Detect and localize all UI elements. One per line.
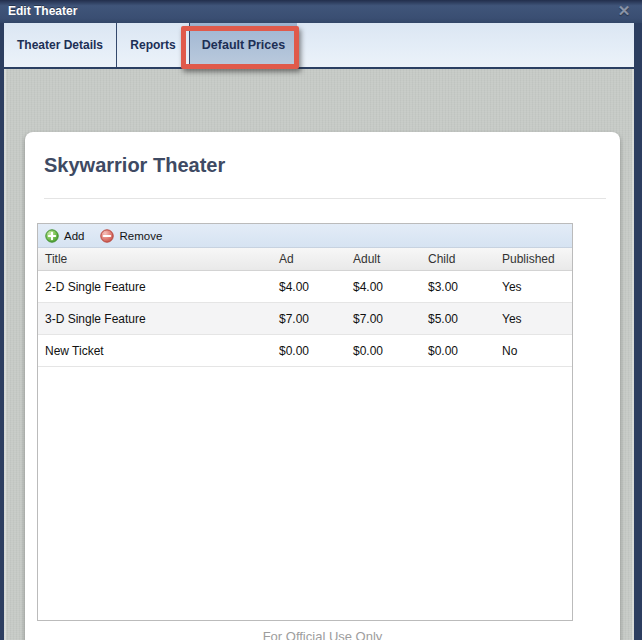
cell-published: Yes [495,303,572,334]
table-header-row: Title Ad Adult Child Published [38,248,572,271]
column-header-title: Title [38,248,272,270]
cell-adult: $4.00 [346,271,421,302]
cell-title: New Ticket [38,335,272,366]
remove-button-label: Remove [119,230,162,242]
footer-note: For Official Use Only [25,629,620,640]
cell-published: Yes [495,271,572,302]
cell-ad: $7.00 [272,303,346,334]
cell-ad: $4.00 [272,271,346,302]
add-button[interactable]: Add [45,229,84,243]
window-title: Edit Theater [8,4,77,18]
heading-divider [44,198,606,199]
column-header-adult: Adult [346,248,421,270]
table-row[interactable]: 2-D Single Feature $4.00 $4.00 $3.00 Yes [38,271,572,303]
cell-ad: $0.00 [272,335,346,366]
tab-reports[interactable]: Reports [117,23,190,67]
cell-child: $0.00 [421,335,495,366]
grid-toolbar: Add Remove [38,224,572,248]
content-card: Skywarrior Theater Add [25,132,620,640]
tab-theater-details[interactable]: Theater Details [4,23,117,67]
close-icon: ✕ [618,2,631,20]
cell-adult: $7.00 [346,303,421,334]
tab-bar: Theater Details Reports Default Prices [4,23,634,69]
cell-child: $5.00 [421,303,495,334]
remove-icon [100,229,114,243]
cell-adult: $0.00 [346,335,421,366]
column-header-published: Published [495,248,572,270]
window-titlebar: Edit Theater ✕ [0,0,642,23]
add-button-label: Add [64,230,84,242]
table-row[interactable]: 3-D Single Feature $7.00 $7.00 $5.00 Yes [38,303,572,335]
column-header-child: Child [421,248,495,270]
cell-title: 3-D Single Feature [38,303,272,334]
add-icon [45,229,59,243]
remove-button[interactable]: Remove [100,229,162,243]
table-row[interactable]: New Ticket $0.00 $0.00 $0.00 No [38,335,572,367]
column-header-ad: Ad [272,248,346,270]
prices-grid: Add Remove Title Ad Adult Child [37,223,573,621]
page-title: Skywarrior Theater [44,154,225,177]
dialog-background: Skywarrior Theater Add [4,69,634,640]
tab-default-prices[interactable]: Default Prices [190,23,297,67]
window-body: Theater Details Reports Default Prices S… [4,23,634,640]
cell-title: 2-D Single Feature [38,271,272,302]
cell-published: No [495,335,572,366]
close-button[interactable]: ✕ [615,2,633,20]
cell-child: $3.00 [421,271,495,302]
